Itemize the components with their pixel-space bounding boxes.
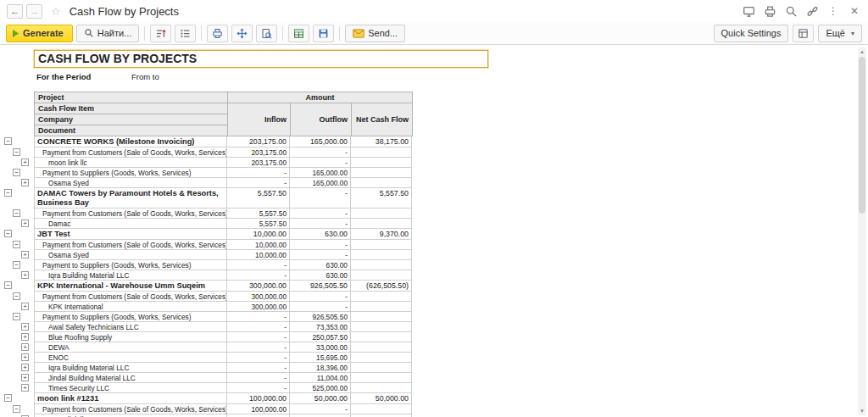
export-table-button[interactable] bbox=[288, 25, 309, 42]
company-cell[interactable]: Osama Syed bbox=[34, 178, 227, 188]
project-cell[interactable]: moon link #1231 bbox=[34, 393, 227, 404]
company-cell[interactable]: ENOC bbox=[34, 353, 227, 363]
collapse-toggle-icon[interactable]: − bbox=[13, 209, 20, 217]
outflow-cell[interactable]: 11,004.00 bbox=[290, 373, 351, 383]
outflow-cell[interactable]: - bbox=[290, 219, 351, 229]
inflow-cell[interactable]: 5,557.50 bbox=[227, 219, 290, 229]
cash-flow-item-cell[interactable]: Payment to Suppliers (Goods, Works, Serv… bbox=[34, 168, 227, 178]
company-cell[interactable]: Damac bbox=[34, 219, 227, 229]
net-cell[interactable]: (626,505.50) bbox=[351, 281, 412, 292]
project-cell[interactable]: DAMAC Towers by Paramount Hotels & Resor… bbox=[34, 188, 227, 208]
cash-flow-item-cell[interactable]: Payment from Customers (Sale of Goods, W… bbox=[34, 147, 227, 158]
company-cell[interactable]: Jindal Building Material LLC bbox=[34, 373, 227, 383]
inflow-cell[interactable]: - bbox=[227, 270, 290, 281]
header-inflow[interactable]: Inflow bbox=[228, 103, 291, 136]
net-cell[interactable] bbox=[351, 363, 412, 373]
collapse-toggle-icon[interactable]: − bbox=[13, 148, 20, 156]
more-button[interactable]: Ещё ▾ bbox=[818, 25, 862, 42]
collapse-toggle-icon[interactable]: − bbox=[13, 313, 20, 320]
collapse-toggle-icon[interactable]: − bbox=[13, 292, 20, 300]
inflow-cell[interactable]: 5,557.50 bbox=[227, 208, 290, 219]
company-cell[interactable]: moon link llc bbox=[34, 158, 227, 168]
header-document[interactable]: Document bbox=[35, 125, 228, 136]
company-cell[interactable]: Times Security LLC bbox=[34, 383, 227, 393]
sort-button[interactable] bbox=[150, 25, 171, 42]
outflow-cell[interactable]: 165,000.00 bbox=[290, 178, 351, 188]
company-cell[interactable]: Iqra Building Material LLC bbox=[34, 363, 227, 373]
scroll-up-icon[interactable]: ▲ bbox=[858, 47, 866, 56]
outflow-cell[interactable]: 250,057.50 bbox=[290, 332, 351, 342]
expand-toggle-icon[interactable]: + bbox=[21, 323, 29, 331]
project-cell[interactable]: JBT Test bbox=[34, 229, 227, 240]
generate-button[interactable]: Generate bbox=[6, 25, 73, 42]
collapse-toggle-icon[interactable]: − bbox=[4, 281, 12, 289]
outflow-cell[interactable]: - bbox=[290, 302, 351, 312]
fit-page-button[interactable] bbox=[231, 25, 253, 42]
inflow-cell[interactable]: - bbox=[227, 363, 290, 373]
inflow-cell[interactable]: - bbox=[227, 342, 290, 353]
cash-flow-item-cell[interactable]: Payment from Customers (Sale of Goods, W… bbox=[34, 240, 227, 250]
net-cell[interactable]: 5,557.50 bbox=[351, 188, 412, 208]
inflow-cell[interactable]: 10,000.00 bbox=[227, 250, 290, 260]
inflow-cell[interactable]: - bbox=[227, 178, 290, 188]
outflow-cell[interactable]: - bbox=[290, 147, 351, 158]
outflow-cell[interactable]: 165,000.00 bbox=[290, 168, 351, 178]
net-cell[interactable] bbox=[351, 383, 412, 393]
quick-settings-button[interactable]: Quick Settings bbox=[714, 25, 789, 42]
net-cell[interactable] bbox=[351, 373, 412, 383]
net-cell[interactable] bbox=[351, 353, 412, 363]
expand-toggle-icon[interactable]: + bbox=[21, 353, 29, 361]
outflow-cell[interactable]: 15,695.00 bbox=[290, 353, 351, 363]
expand-toggle-icon[interactable]: + bbox=[21, 303, 29, 310]
forward-button[interactable]: → bbox=[26, 4, 42, 19]
header-company[interactable]: Company bbox=[35, 114, 228, 125]
net-cell[interactable] bbox=[351, 158, 412, 168]
preview-button[interactable] bbox=[256, 25, 277, 42]
collapse-toggle-icon[interactable]: − bbox=[4, 189, 12, 197]
net-cell[interactable] bbox=[351, 322, 412, 332]
collapse-toggle-icon[interactable]: − bbox=[13, 169, 20, 176]
expand-toggle-icon[interactable]: + bbox=[21, 364, 29, 371]
company-cell[interactable]: Osama Syed bbox=[34, 250, 227, 260]
net-cell[interactable] bbox=[351, 219, 412, 229]
collapse-toggle-icon[interactable]: − bbox=[13, 241, 20, 248]
outflow-cell[interactable]: 50,000.00 bbox=[290, 393, 351, 404]
inflow-cell[interactable]: 5,557.50 bbox=[227, 188, 290, 208]
inflow-cell[interactable]: - bbox=[227, 332, 290, 342]
outflow-cell[interactable]: 630.00 bbox=[290, 229, 351, 240]
net-cell[interactable] bbox=[351, 312, 412, 322]
net-cell[interactable] bbox=[351, 208, 412, 219]
net-cell[interactable] bbox=[351, 260, 412, 270]
inflow-cell[interactable]: - bbox=[227, 383, 290, 393]
outflow-cell[interactable]: 165,000.00 bbox=[290, 136, 351, 147]
outflow-cell[interactable]: - bbox=[290, 250, 351, 260]
company-cell[interactable]: Iqra Building Material LLC bbox=[34, 270, 227, 281]
company-cell[interactable]: KPK International bbox=[34, 302, 227, 312]
inflow-cell[interactable]: 300,000.00 bbox=[227, 292, 290, 302]
back-button[interactable]: ← bbox=[7, 4, 23, 19]
outflow-cell[interactable]: - bbox=[290, 208, 351, 219]
outflow-cell[interactable]: 525,000.00 bbox=[290, 383, 351, 393]
net-cell[interactable] bbox=[351, 332, 412, 342]
outflow-cell[interactable]: 18,396.00 bbox=[290, 363, 351, 373]
cash-flow-item-cell[interactable]: Payment to Suppliers (Goods, Works, Serv… bbox=[34, 312, 227, 322]
inflow-cell[interactable]: 300,000.00 bbox=[227, 302, 290, 312]
report-settings-button[interactable] bbox=[793, 25, 814, 42]
outflow-cell[interactable]: 630.00 bbox=[290, 270, 351, 281]
net-cell[interactable] bbox=[351, 168, 412, 178]
cash-flow-item-cell[interactable]: Payment from Customers (Sale of Goods, W… bbox=[34, 292, 227, 302]
net-cell[interactable] bbox=[351, 250, 412, 260]
scrollbar-thumb[interactable] bbox=[859, 57, 865, 214]
search-document-icon[interactable] bbox=[784, 4, 798, 18]
header-cash-flow-item[interactable]: Cash Flow Item bbox=[35, 103, 228, 114]
net-cell[interactable] bbox=[351, 342, 412, 353]
net-cell[interactable] bbox=[351, 178, 412, 188]
collapse-toggle-icon[interactable]: − bbox=[4, 137, 12, 145]
net-cell[interactable] bbox=[351, 240, 412, 250]
find-button[interactable]: Найти... bbox=[76, 25, 140, 42]
collapse-toggle-icon[interactable]: − bbox=[4, 394, 12, 402]
header-net-cash-flow[interactable]: Net Cash Flow bbox=[352, 103, 413, 136]
header-project[interactable]: Project bbox=[35, 92, 228, 103]
expand-toggle-icon[interactable]: + bbox=[21, 271, 29, 279]
inflow-cell[interactable]: - bbox=[227, 373, 290, 383]
